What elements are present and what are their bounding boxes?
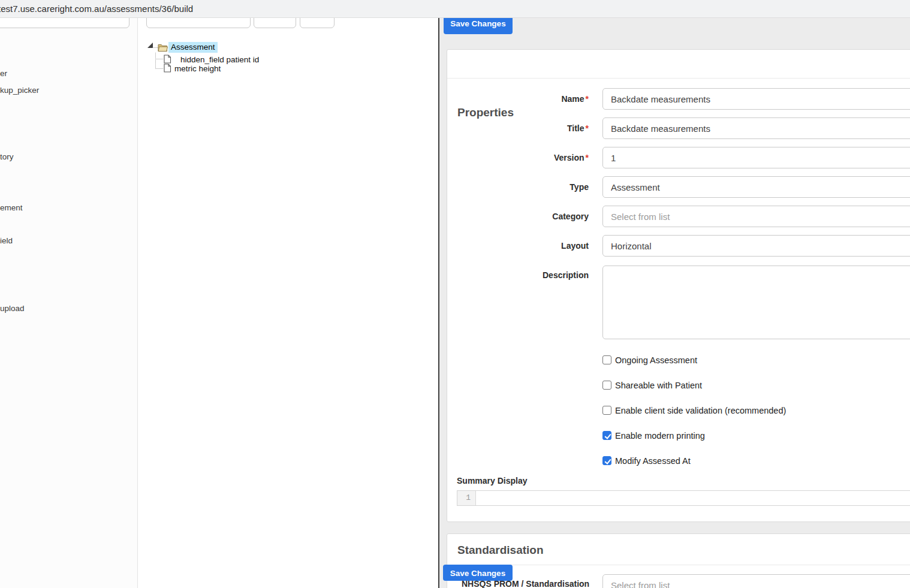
tree-guide-line [155, 68, 163, 69]
checkbox-label: Enable modern printing [615, 430, 705, 442]
tree-expander-icon[interactable] [147, 43, 153, 48]
type-input[interactable] [602, 176, 910, 198]
standardisation-card-title: Standardisation [457, 544, 544, 557]
modify-assessed-at-checkbox[interactable] [602, 456, 611, 465]
palette-item-ield[interactable]: ield [0, 236, 13, 246]
panel-resizer-handle[interactable] [438, 18, 439, 588]
palette-item-kup-picker[interactable]: kup_picker [0, 86, 39, 95]
summary-display-editor[interactable]: 1 [457, 490, 910, 506]
required-asterisk: * [586, 94, 589, 104]
document-icon [163, 64, 171, 73]
title-input[interactable] [602, 117, 910, 139]
shareable-with-patient-checkbox[interactable] [602, 381, 611, 390]
required-asterisk: * [586, 123, 589, 133]
page-url: test7.use.careright.com.au/assessments/3… [0, 0, 193, 17]
modern-printing-checkbox[interactable] [602, 431, 611, 440]
title-field-label: Title* [447, 123, 589, 134]
tree-node-metric-height[interactable]: metric height [174, 64, 221, 73]
tree-node-hidden-field-patient-id[interactable]: hidden_field patient id [180, 55, 259, 64]
divider [447, 78, 910, 79]
palette-item-upload[interactable]: upload [0, 304, 25, 313]
ongoing-assessment-checkbox[interactable] [602, 355, 611, 364]
version-field-label: Version* [447, 153, 589, 163]
divider [447, 565, 910, 565]
summary-display-label: Summary Display [457, 476, 528, 486]
layout-field-label: Layout [447, 241, 589, 251]
editor-line-number-gutter: 1 [457, 491, 476, 505]
type-field-label: Type [447, 182, 589, 192]
browser-url-bar[interactable]: test7.use.careright.com.au/assessments/3… [0, 0, 910, 18]
nhsqs-prom-select[interactable] [602, 574, 910, 588]
tree-guide-line [155, 59, 163, 59]
description-field-label: Description [447, 270, 589, 281]
layout-input[interactable] [602, 235, 910, 257]
tree-node-assessment[interactable]: Assessment [168, 42, 218, 53]
category-field-label: Category [447, 212, 589, 222]
assessment-tree-panel: Assessment hidden_field patient id metri… [138, 18, 438, 588]
palette-item-er[interactable]: er [0, 69, 7, 79]
properties-card-title: Properties [457, 106, 514, 119]
properties-card: Properties Name* Title* Version* Type Ca… [447, 49, 910, 522]
name-field-label: Name* [447, 94, 589, 104]
palette-item-ement[interactable]: ement [0, 203, 23, 213]
required-asterisk: * [586, 153, 589, 162]
tree-guide-line [155, 53, 156, 69]
category-select[interactable] [602, 206, 910, 227]
folder-icon [158, 43, 168, 52]
document-icon [163, 55, 171, 64]
version-input[interactable] [602, 147, 910, 168]
palette-item-tory[interactable]: tory [0, 152, 14, 162]
checkbox-label: Shareable with Patient [615, 379, 702, 391]
field-palette-sidebar: er kup_picker tory ement ield upload [0, 18, 138, 588]
client-side-validation-checkbox[interactable] [602, 406, 611, 415]
checkbox-label: Ongoing Assessment [615, 354, 697, 366]
checkbox-label: Enable client side validation (recommend… [615, 405, 786, 417]
save-changes-button-bottom[interactable]: Save Changes [443, 565, 513, 581]
name-input[interactable] [602, 88, 910, 110]
checkbox-label: Modify Assessed At [615, 455, 691, 467]
description-textarea[interactable] [602, 266, 910, 339]
tree-guide-line [153, 47, 158, 48]
